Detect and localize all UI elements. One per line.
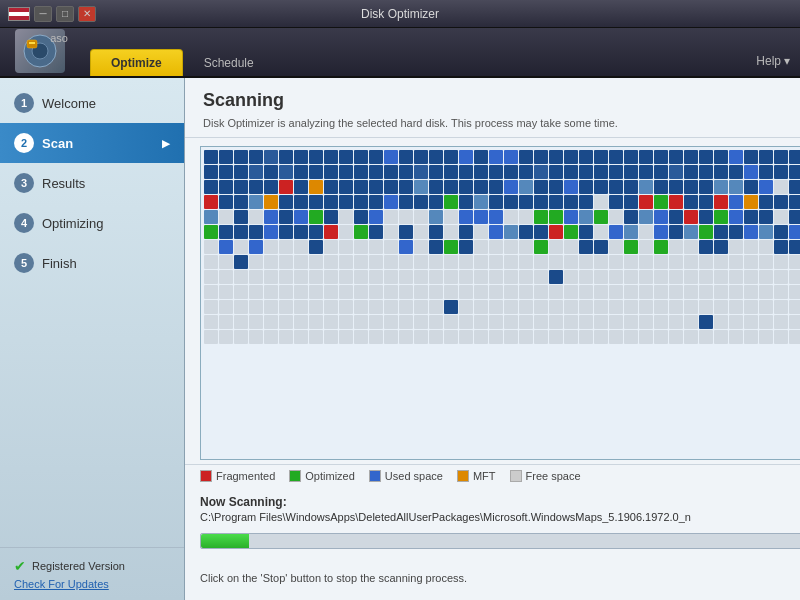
grid-cell [234, 210, 248, 224]
grid-cell [309, 240, 323, 254]
grid-cell [714, 225, 728, 239]
grid-cell [294, 180, 308, 194]
grid-cell [534, 315, 548, 329]
grid-cell [729, 315, 743, 329]
grid-cell [309, 195, 323, 209]
grid-cell [204, 330, 218, 344]
grid-cell [519, 165, 533, 179]
grid-cell [654, 300, 668, 314]
minimize-button[interactable]: ─ [34, 6, 52, 22]
grid-cell [639, 285, 653, 299]
grid-cell [444, 210, 458, 224]
page-title: Scanning [203, 90, 800, 111]
grid-cell [264, 180, 278, 194]
grid-cell [369, 225, 383, 239]
grid-cell [384, 210, 398, 224]
grid-cell [429, 255, 443, 269]
tab-optimize[interactable]: Optimize [90, 49, 183, 76]
grid-cell [354, 315, 368, 329]
progress-bar-fill [201, 534, 249, 548]
grid-cell [774, 180, 788, 194]
maximize-button[interactable]: □ [56, 6, 74, 22]
grid-cell [609, 165, 623, 179]
sidebar-item-results[interactable]: 3 Results [0, 163, 184, 203]
grid-cell [294, 165, 308, 179]
grid-cell [444, 195, 458, 209]
grid-cell [459, 285, 473, 299]
grid-cell [414, 255, 428, 269]
grid-cell [279, 210, 293, 224]
grid-cell [414, 270, 428, 284]
now-scanning-path: C:\Program Files\WindowsApps\DeletedAllU… [200, 511, 800, 523]
grid-cell [339, 225, 353, 239]
grid-cell [774, 165, 788, 179]
tab-schedule[interactable]: Schedule [183, 49, 275, 76]
grid-cell [594, 180, 608, 194]
grid-cell [414, 315, 428, 329]
grid-cell [609, 285, 623, 299]
grid-cell [219, 150, 233, 164]
grid-cell [744, 210, 758, 224]
grid-cell [429, 285, 443, 299]
sidebar-item-scan[interactable]: 2 Scan ▶ [0, 123, 184, 163]
grid-cell [654, 210, 668, 224]
grid-cell [714, 270, 728, 284]
grid-cell [429, 240, 443, 254]
legend-free: Free space [510, 470, 581, 482]
grid-cell [474, 240, 488, 254]
grid-cell [249, 270, 263, 284]
grid-cell [204, 285, 218, 299]
grid-cell [354, 285, 368, 299]
grid-cell [564, 195, 578, 209]
grid-cell [729, 330, 743, 344]
flag-icon [8, 7, 30, 21]
content-area: Scanning Disk Optimizer is analyzing the… [185, 78, 800, 600]
grid-cell [384, 195, 398, 209]
grid-cell [669, 240, 683, 254]
grid-cell [699, 225, 713, 239]
grid-cell [249, 180, 263, 194]
grid-cell [414, 150, 428, 164]
grid-cell [534, 225, 548, 239]
grid-cell [279, 285, 293, 299]
grid-cell [639, 225, 653, 239]
help-button[interactable]: Help ▾ [756, 54, 790, 68]
grid-cell [669, 315, 683, 329]
grid-cell [459, 195, 473, 209]
grid-cell [504, 315, 518, 329]
grid-cell [354, 180, 368, 194]
grid-cell [519, 180, 533, 194]
grid-cell [714, 240, 728, 254]
close-button[interactable]: ✕ [78, 6, 96, 22]
grid-cell [474, 315, 488, 329]
grid-cell [459, 225, 473, 239]
grid-cell [324, 240, 338, 254]
grid-cell [399, 210, 413, 224]
grid-cell [339, 285, 353, 299]
sidebar-item-optimizing[interactable]: 4 Optimizing [0, 203, 184, 243]
grid-cell [264, 210, 278, 224]
grid-cell [489, 330, 503, 344]
grid-cell [324, 300, 338, 314]
grid-cell [459, 210, 473, 224]
grid-cell [759, 255, 773, 269]
sidebar-item-welcome[interactable]: 1 Welcome [0, 83, 184, 123]
sidebar-item-finish[interactable]: 5 Finish [0, 243, 184, 283]
grid-cell [594, 330, 608, 344]
grid-cell [654, 270, 668, 284]
grid-cell [309, 165, 323, 179]
grid-cell [609, 225, 623, 239]
grid-cell [474, 165, 488, 179]
grid-cell [369, 180, 383, 194]
grid-cell [264, 240, 278, 254]
grid-cell [669, 165, 683, 179]
grid-cell [414, 165, 428, 179]
grid-cell [519, 195, 533, 209]
check-updates-link[interactable]: Check For Updates [14, 578, 170, 590]
grid-cell [594, 315, 608, 329]
sidebar-label-scan: Scan [42, 136, 73, 151]
grid-cell [549, 240, 563, 254]
grid-cell [594, 195, 608, 209]
grid-cell [234, 225, 248, 239]
grid-cell [219, 165, 233, 179]
